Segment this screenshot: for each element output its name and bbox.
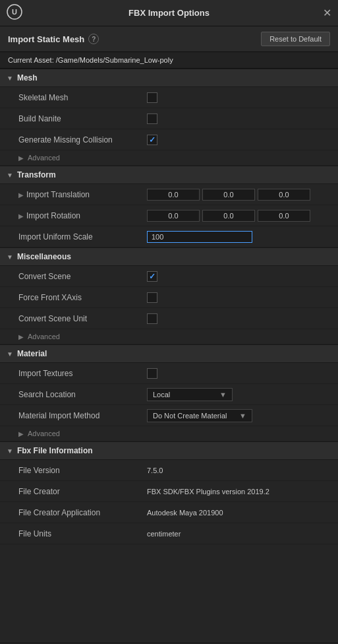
import-uniform-scale-input[interactable] xyxy=(147,231,252,243)
mesh-advanced-row[interactable]: ▶ Advanced xyxy=(0,150,338,166)
material-advanced-label: Advanced xyxy=(28,430,60,437)
import-translation-x[interactable] xyxy=(147,189,200,201)
material-import-method-row: Material Import Method Do Not Create Mat… xyxy=(0,405,338,426)
current-asset-bar: Current Asset: /Game/Models/Submarine_Lo… xyxy=(0,52,338,69)
import-translation-arrow: ▶ xyxy=(18,191,24,199)
import-rotation-x[interactable] xyxy=(147,210,200,222)
build-nanite-row: Build Nanite xyxy=(0,108,338,129)
convert-scene-unit-row: Convert Scene Unit xyxy=(0,308,338,329)
ue-logo-icon: U xyxy=(7,4,22,20)
dialog-title: FBX Import Options xyxy=(26,8,312,18)
file-units-value: centimeter xyxy=(147,530,330,538)
import-rotation-z[interactable] xyxy=(258,210,310,222)
mesh-advanced-label: Advanced xyxy=(28,154,60,162)
convert-scene-unit-checkbox[interactable] xyxy=(147,313,157,324)
import-textures-row: Import Textures xyxy=(0,363,338,384)
close-button[interactable]: ✕ xyxy=(312,7,331,19)
import-rotation-value xyxy=(147,210,330,222)
import-uniform-scale-label: Import Uniform Scale xyxy=(18,232,147,242)
import-translation-row: ▶Import Translation xyxy=(0,184,338,205)
search-location-value: Local ▼ xyxy=(147,388,330,401)
import-textures-value xyxy=(147,368,330,379)
misc-advanced-row[interactable]: ▶ Advanced xyxy=(0,329,338,344)
import-translation-value xyxy=(147,189,330,201)
reset-to-default-button[interactable]: Reset to Default xyxy=(261,32,330,46)
material-advanced-row[interactable]: ▶ Advanced xyxy=(0,426,338,441)
convert-scene-checkmark: ✓ xyxy=(149,272,155,281)
import-rotation-label: ▶Import Rotation xyxy=(18,211,147,220)
help-button[interactable]: ? xyxy=(88,34,99,44)
material-advanced-arrow: ▶ xyxy=(18,430,24,437)
force-front-xaxis-value xyxy=(147,292,330,303)
current-asset-path: /Game/Models/Submarine_Low-poly xyxy=(56,56,173,64)
close-icon[interactable]: ✕ xyxy=(323,7,331,18)
file-units-label: File Units xyxy=(18,529,147,538)
import-textures-label: Import Textures xyxy=(18,369,147,378)
import-translation-y[interactable] xyxy=(202,189,255,201)
convert-scene-unit-value xyxy=(147,313,330,324)
skeletal-mesh-value xyxy=(147,92,330,103)
fbx-collapse-arrow: ▼ xyxy=(7,447,13,455)
bottom-spacer xyxy=(0,544,338,558)
convert-scene-label: Convert Scene xyxy=(18,272,147,281)
file-creator-application-row: File Creator Application Autodesk Maya 2… xyxy=(0,502,338,523)
material-import-method-selected: Do Not Create Material xyxy=(153,412,227,420)
material-import-method-arrow: ▼ xyxy=(239,412,246,420)
convert-scene-unit-label: Convert Scene Unit xyxy=(18,314,147,323)
file-version-value: 7.5.0 xyxy=(147,467,330,474)
fbx-file-info-section-header[interactable]: ▼ Fbx File Information xyxy=(0,441,338,460)
import-rotation-row: ▶Import Rotation xyxy=(0,205,338,226)
mesh-section-label: Mesh xyxy=(17,73,38,82)
convert-scene-value: ✓ xyxy=(147,271,330,282)
force-front-xaxis-checkbox[interactable] xyxy=(147,292,157,303)
build-nanite-label: Build Nanite xyxy=(18,114,147,123)
miscellaneous-collapse-arrow: ▼ xyxy=(7,253,13,261)
help-icon: ? xyxy=(92,36,96,43)
miscellaneous-section-header[interactable]: ▼ Miscellaneous xyxy=(0,247,338,266)
force-front-xaxis-row: Force Front XAxis xyxy=(0,287,338,308)
current-asset-prefix: Current Asset: xyxy=(8,56,54,64)
ue-logo-container: U xyxy=(7,4,26,22)
search-location-row: Search Location Local ▼ xyxy=(0,384,338,405)
file-creator-row: File Creator FBX SDK/FBX Plugins version… xyxy=(0,481,338,502)
transform-section-header[interactable]: ▼ Transform xyxy=(0,166,338,184)
header-bar: Import Static Mesh ? Reset to Default xyxy=(0,26,338,52)
skeletal-mesh-checkbox[interactable] xyxy=(147,92,157,103)
import-rotation-arrow: ▶ xyxy=(18,212,24,220)
file-creator-application-label: File Creator Application xyxy=(18,508,147,517)
convert-scene-checkbox[interactable]: ✓ xyxy=(147,271,157,282)
generate-missing-collision-checkbox[interactable]: ✓ xyxy=(147,135,157,145)
file-version-label: File Version xyxy=(18,466,147,475)
svg-text:U: U xyxy=(12,8,17,16)
import-static-mesh-label: Import Static Mesh xyxy=(8,34,84,44)
import-translation-z[interactable] xyxy=(258,189,310,201)
mesh-section-header[interactable]: ▼ Mesh xyxy=(0,69,338,87)
search-location-arrow: ▼ xyxy=(219,391,227,399)
import-textures-checkbox[interactable] xyxy=(147,368,157,379)
search-location-dropdown[interactable]: Local ▼ xyxy=(147,388,233,401)
material-import-method-label: Material Import Method xyxy=(18,411,147,420)
build-nanite-value xyxy=(147,113,330,124)
misc-advanced-label: Advanced xyxy=(28,333,60,340)
mesh-advanced-arrow: ▶ xyxy=(18,154,24,162)
material-import-method-value: Do Not Create Material ▼ xyxy=(147,409,330,422)
title-bar: U FBX Import Options ✕ xyxy=(0,0,338,26)
material-import-method-dropdown[interactable]: Do Not Create Material ▼ xyxy=(147,409,252,422)
file-units-text: centimeter xyxy=(147,530,181,538)
fbx-file-info-section-label: Fbx File Information xyxy=(17,446,93,455)
file-creator-value: FBX SDK/FBX Plugins version 2019.2 xyxy=(147,488,330,496)
import-uniform-scale-value xyxy=(147,231,330,243)
search-location-label: Search Location xyxy=(18,390,147,399)
import-rotation-y[interactable] xyxy=(202,210,255,222)
skeletal-mesh-row: Skeletal Mesh xyxy=(0,87,338,108)
generate-missing-collision-row: Generate Missing Collision ✓ xyxy=(0,129,338,150)
skeletal-mesh-label: Skeletal Mesh xyxy=(18,93,147,102)
file-version-row: File Version 7.5.0 xyxy=(0,460,338,481)
build-nanite-checkbox[interactable] xyxy=(147,113,157,124)
scroll-content: ▼ Mesh Skeletal Mesh Build Nanite Genera… xyxy=(0,69,338,643)
mesh-collapse-arrow: ▼ xyxy=(7,75,13,82)
material-section-header[interactable]: ▼ Material xyxy=(0,344,338,363)
file-creator-application-text: Autodesk Maya 201900 xyxy=(147,509,223,517)
import-uniform-scale-row: Import Uniform Scale xyxy=(0,226,338,247)
generate-missing-collision-value: ✓ xyxy=(147,135,330,145)
